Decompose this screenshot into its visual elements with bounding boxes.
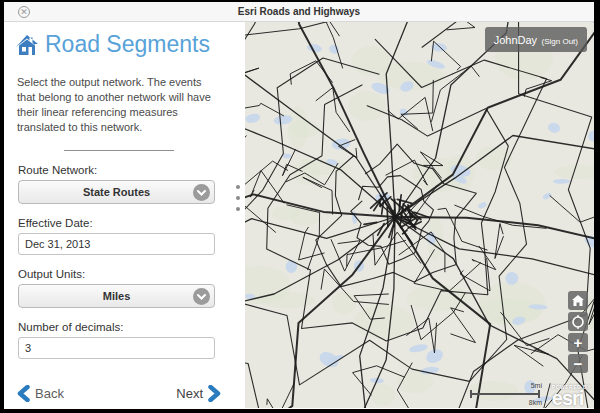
route-network-dropdown[interactable]: State Routes [18,180,215,204]
locate-icon [571,315,585,329]
username: JohnDay [494,34,537,46]
locate-button[interactable] [568,312,588,331]
panel-gutter [233,22,245,408]
back-label: Back [35,386,64,401]
window-title: Esri Roads and Highways [238,6,360,17]
effective-date-label: Effective Date: [18,217,215,229]
close-icon[interactable]: ✕ [18,6,30,18]
next-label: Next [176,386,203,401]
scalebar: 5mi 8km [470,390,540,398]
decimals-label: Number of decimals: [18,321,215,333]
sign-out-link[interactable]: (Sign Out) [542,37,578,46]
map-controls: + − [568,291,588,373]
basemap-roads [245,22,594,408]
back-button[interactable]: Back [17,385,64,402]
minus-icon: − [574,356,583,371]
decimals-input[interactable] [18,337,215,359]
chevron-down-icon[interactable] [193,184,210,201]
esri-brand-text: esri [552,390,591,407]
arrow-left-icon [17,385,30,402]
scalebar-miles: 5mi [531,382,542,389]
scalebar-kilometers: 8km [529,399,542,406]
map-view[interactable]: JohnDay (Sign Out) 5mi 8km [245,22,594,408]
instruction-text: Select the output network. The events th… [4,58,233,134]
user-badge[interactable]: JohnDay (Sign Out) [485,27,587,52]
chevron-down-icon[interactable] [193,288,210,305]
app-window: ✕ Esri Roads and Highways Road Segments … [4,2,594,409]
home-icon [572,295,584,306]
zoom-in-button[interactable]: + [568,333,588,352]
output-units-label: Output Units: [18,268,215,280]
home-extent-button[interactable] [568,291,588,310]
wizard-nav: Back Next [4,385,233,402]
panel-header: Road Segments [4,22,233,58]
plus-icon: + [574,335,583,350]
next-button[interactable]: Next [176,385,221,402]
zoom-out-button[interactable]: − [568,354,588,373]
wizard-panel: Road Segments Select the output network.… [4,22,233,408]
scalebar-line [470,390,540,398]
esri-logo: POWERED BY esri [552,384,591,407]
page-title: Road Segments [45,31,210,58]
output-units-value: Miles [103,290,131,302]
route-network-label: Route Network: [18,164,215,176]
arrow-right-icon [208,385,221,402]
divider [64,150,174,151]
output-units-dropdown[interactable]: Miles [18,284,215,308]
route-network-value: State Routes [83,186,150,198]
titlebar: ✕ Esri Roads and Highways [4,2,594,22]
effective-date-input[interactable] [18,233,215,255]
home-icon [14,33,40,57]
resize-handle[interactable] [236,185,240,211]
